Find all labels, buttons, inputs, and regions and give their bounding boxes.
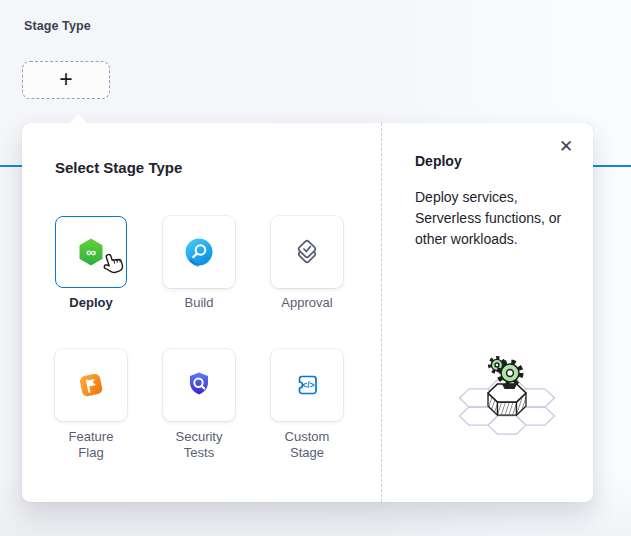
close-icon: ✕ (559, 136, 573, 157)
stage-tile-label-security-tests: Security Tests (164, 429, 234, 461)
plus-icon: + (59, 68, 72, 91)
stage-tile-build[interactable] (163, 216, 235, 288)
select-stage-type-popover: Select Stage Type ✕ ∞ (22, 123, 593, 502)
stage-tile-deploy[interactable]: ∞ (55, 216, 127, 288)
feature-flag-icon (76, 370, 106, 400)
detail-title: Deploy (415, 153, 462, 169)
svg-text:∞: ∞ (86, 244, 96, 260)
ci-build-icon (184, 237, 214, 267)
stage-tile-approval[interactable] (271, 216, 343, 288)
cd-deploy-icon: ∞ (76, 237, 106, 267)
stage-tile-label-deploy: Deploy (47, 295, 135, 311)
svg-text:</>: </> (302, 380, 314, 390)
approval-icon (291, 236, 323, 268)
add-stage-button[interactable]: + (22, 61, 110, 99)
pipeline-canvas: Stage Type + Select Stage Type ✕ ∞ (0, 0, 631, 536)
stage-type-label: Stage Type (24, 19, 91, 33)
stage-tile-label-build: Build (155, 295, 243, 311)
stage-tile-feature-flag[interactable] (55, 349, 127, 421)
stage-tile-custom-stage[interactable]: </> (271, 349, 343, 421)
security-tests-icon (184, 370, 214, 400)
stage-tile-security-tests[interactable] (163, 349, 235, 421)
vertical-dashed-divider (381, 123, 382, 502)
stage-tile-label-custom-stage: Custom Stage (272, 429, 342, 461)
stage-tile-label-feature-flag: Feature Flag (56, 429, 126, 461)
popover-title: Select Stage Type (55, 159, 182, 176)
popover-arrow (69, 114, 87, 132)
stage-tile-label-approval: Approval (263, 295, 351, 311)
close-button[interactable]: ✕ (555, 135, 577, 157)
detail-description: Deploy services, Serverless functions, o… (415, 187, 587, 250)
deploy-illustration (422, 343, 594, 455)
custom-stage-icon: </> (292, 370, 322, 400)
